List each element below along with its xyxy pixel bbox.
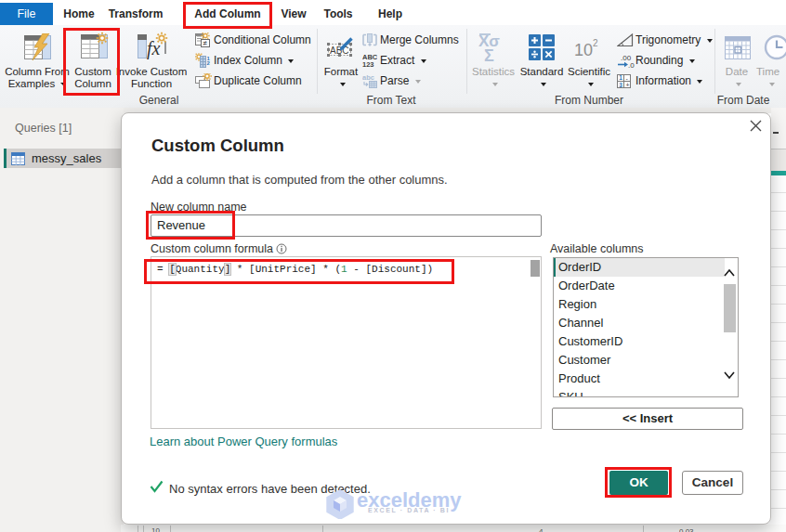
- svg-text:123: 123: [362, 60, 374, 68]
- svg-text:abc: abc: [362, 73, 374, 82]
- svg-text:2: 2: [593, 38, 598, 48]
- svg-text:Σ: Σ: [484, 46, 494, 62]
- svg-text:10: 10: [574, 41, 593, 59]
- svg-text:.0: .0: [628, 61, 635, 69]
- svg-text:≠: ≠: [203, 39, 208, 47]
- svg-text:ABC: ABC: [330, 45, 349, 56]
- svg-text:+: +: [625, 82, 629, 88]
- svg-text:1: 1: [619, 74, 622, 81]
- svg-text:2: 2: [207, 60, 211, 66]
- svg-text:3: 3: [619, 82, 622, 88]
